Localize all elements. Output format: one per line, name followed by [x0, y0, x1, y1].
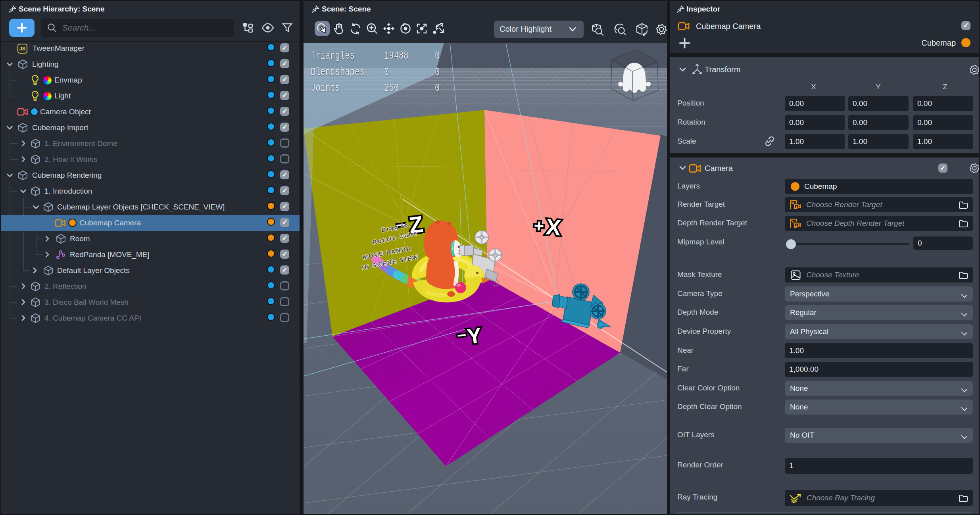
- svg-text:+: +: [533, 215, 545, 236]
- svg-text:X: X: [545, 214, 562, 240]
- svg-text:Y: Y: [466, 323, 483, 348]
